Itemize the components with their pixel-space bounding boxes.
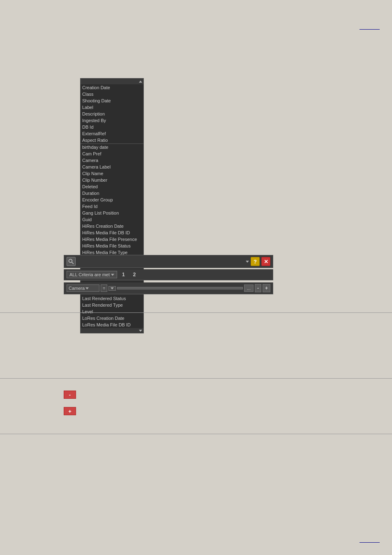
filter-value-input[interactable] [117, 287, 242, 289]
list-item[interactable]: Cam Pref [81, 150, 143, 157]
filter-minus-button[interactable]: - [255, 284, 261, 292]
filter-row: Camera = ... - + [64, 282, 273, 294]
list-item[interactable]: Description [81, 111, 143, 117]
help-button[interactable]: ? [251, 257, 260, 266]
criteria-number-1: 1 [122, 272, 125, 278]
list-item[interactable]: Last Rendered Status [81, 295, 143, 302]
scroll-down-icon [139, 330, 142, 332]
list-item-feed-id[interactable]: Feed Id [81, 203, 143, 210]
list-item[interactable]: Guid [81, 216, 143, 223]
list-item[interactable]: Shooting Date [81, 97, 143, 104]
list-item[interactable]: Deleted [81, 183, 143, 190]
criteria-dropdown[interactable]: ALL Criteria are met [67, 271, 117, 278]
dropdown-arrow-icon [246, 261, 249, 263]
scroll-indicator-bottom [81, 328, 143, 333]
page-container: ________ Creation Date Class Shooting Da… [0, 0, 392, 555]
filter-field-label: Camera [69, 286, 85, 291]
list-item[interactable]: HiRes Creation Date [81, 223, 143, 229]
list-item[interactable]: Level [81, 308, 143, 315]
criteria-label-text: ALL Criteria are met [69, 272, 110, 277]
scroll-up-icon [139, 81, 142, 83]
search-icon [68, 259, 74, 264]
divider-line-2 [0, 378, 392, 379]
list-item[interactable]: Label [81, 104, 143, 111]
list-item-encoder-group[interactable]: Encoder Group [81, 197, 143, 203]
list-item[interactable]: Ingested By [81, 117, 143, 124]
list-item[interactable]: Camera [81, 157, 143, 164]
svg-point-0 [69, 259, 72, 263]
search-icon-button[interactable] [67, 257, 76, 266]
divider-line-1 [0, 312, 392, 313]
filter-operator-arrow-icon [111, 287, 114, 289]
list-item[interactable]: LoRes Media File DB ID [81, 321, 143, 328]
close-button[interactable]: ✕ [261, 257, 270, 266]
list-item[interactable]: HiRes Media File Status [81, 243, 143, 249]
action-minus-button[interactable]: - [64, 391, 76, 399]
bottom-right-link[interactable]: ________ [360, 538, 380, 543]
criteria-row: ALL Criteria are met 1 2 [64, 269, 273, 280]
dropdown-list-panel: Creation Date Class Shooting Date Label … [80, 78, 144, 333]
list-item[interactable]: Gang List Position [81, 210, 143, 216]
search-dropdown-arrow[interactable] [246, 259, 249, 264]
list-item[interactable]: Last Rendered Type [81, 302, 143, 308]
filter-plus-button[interactable]: + [263, 284, 270, 292]
list-item[interactable]: birthday date [81, 143, 143, 150]
scroll-indicator-top [81, 79, 143, 84]
list-item[interactable]: DB Id [81, 124, 143, 130]
list-item[interactable]: HiRes Media File DB ID [81, 229, 143, 236]
list-item[interactable]: LoRes Creation Date [81, 315, 143, 321]
list-item[interactable]: Class [81, 91, 143, 97]
criteria-number-2: 2 [133, 272, 136, 278]
list-item[interactable]: Creation Date [81, 84, 143, 91]
search-bar: ? ✕ [64, 255, 273, 268]
list-item[interactable]: HiRes Media File Presence [81, 236, 143, 243]
top-right-link[interactable]: ________ [360, 25, 380, 30]
filter-browse-button[interactable]: ... [244, 284, 254, 292]
list-item[interactable]: Clip Number [81, 177, 143, 183]
list-item[interactable]: Camera Label [81, 164, 143, 170]
list-item[interactable]: ExternalRef [81, 130, 143, 137]
list-item[interactable]: Aspect Ratio [81, 137, 143, 143]
filter-field-arrow-icon [85, 287, 89, 289]
list-item[interactable]: Duration [81, 190, 143, 197]
action-plus-button[interactable]: + [64, 407, 76, 415]
divider-line-3 [0, 434, 392, 434]
svg-line-1 [72, 262, 74, 264]
filter-operator-dropdown[interactable] [108, 286, 116, 291]
criteria-dropdown-arrow-icon [111, 274, 114, 276]
filter-equals-label: = [101, 284, 107, 292]
list-item[interactable]: Clip Name [81, 170, 143, 177]
filter-field-dropdown[interactable]: Camera [67, 284, 99, 292]
